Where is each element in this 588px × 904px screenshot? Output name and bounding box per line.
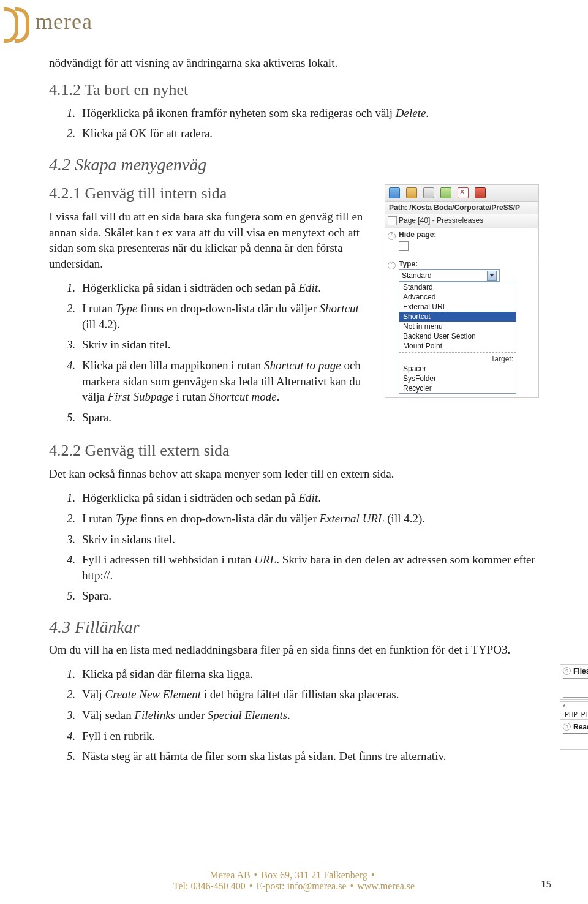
chevron-down-icon[interactable]: [487, 271, 497, 281]
text: Klicka på OK för att radera.: [82, 127, 213, 140]
list-item: Klicka på sidan där filerna ska ligga.: [78, 666, 548, 682]
type-select[interactable]: Standard: [399, 269, 535, 282]
text: Välj sedan: [82, 709, 134, 721]
text: Nästa steg är att hämta de filer som ska…: [82, 750, 446, 763]
option-selected[interactable]: Shortcut: [399, 312, 516, 322]
text-italic: Shortcut to page: [264, 359, 341, 372]
list-item: Högerklicka på ikonen framför nyheten so…: [78, 105, 539, 121]
text: Spara.: [82, 589, 111, 602]
text: Välj: [82, 688, 105, 701]
text-italic: Edit: [299, 491, 318, 504]
list-item: Klicka på den lilla mappikonen i rutan S…: [78, 358, 372, 405]
text-italic: Shortcut mode: [209, 390, 276, 403]
option[interactable]: Backend User Section: [399, 331, 516, 341]
save-icon[interactable]: [389, 187, 400, 198]
path-input[interactable]: [563, 733, 588, 745]
save-view-icon[interactable]: [406, 187, 417, 198]
text: .: [277, 390, 280, 403]
text-italic: Delete: [396, 107, 426, 119]
logo-mark: [4, 7, 32, 36]
list-item: I rutan Type finns en drop-down-lista dä…: [78, 301, 372, 332]
checkbox[interactable]: [399, 241, 409, 251]
text: Fyll i en rubrik.: [82, 729, 155, 742]
para-422: Det kan också finnas behov att skapa men…: [49, 466, 539, 482]
heading-421: 4.2.1 Genväg till intern sida: [49, 184, 372, 203]
files-screenshot: ?Files: *-PHP -PHP3 Bläddra... ?Read fro…: [560, 664, 588, 750]
file-filter-row: *-PHP -PHP3 Bläddra...: [560, 701, 588, 720]
label: Hide page:: [399, 230, 535, 239]
text: finns en drop-down-lista där du väljer: [137, 302, 319, 315]
footer-email: E-post: info@merea.se: [256, 881, 346, 891]
list-item: Högerklicka på sidan i sidträden och sed…: [78, 490, 539, 506]
text: Högerklicka på sidan i sidträden och sed…: [82, 281, 299, 294]
text-italic: Special Elements: [208, 709, 287, 721]
text: i det högra fältet där fillistan ska pla…: [201, 688, 399, 701]
para-43: Om du vill ha en lista med nedladdningsb…: [49, 642, 548, 658]
text: Skriv in sidan titel.: [82, 338, 171, 351]
text-italic: Type: [116, 302, 138, 315]
list-422: Högerklicka på sidan i sidträden och sed…: [49, 490, 539, 604]
label: Files:: [573, 667, 588, 676]
list-item: Högerklicka på sidan i sidträden och sed…: [78, 280, 372, 296]
list-item: Nästa steg är att hämta de filer som ska…: [78, 748, 548, 764]
delete-icon[interactable]: [475, 187, 486, 198]
label: Type:: [399, 260, 535, 268]
text: Skriv in sidans titel.: [82, 533, 175, 546]
help-icon[interactable]: ?: [563, 723, 571, 731]
target-label: Target:: [399, 354, 516, 364]
text: .: [287, 709, 290, 721]
option[interactable]: Not in menu: [399, 322, 516, 331]
read-path-row: ?Read from path:: [560, 720, 588, 750]
list-421: Högerklicka på sidan i sidträden och sed…: [49, 280, 372, 425]
close-icon[interactable]: [458, 187, 469, 198]
list-item: Fyll i adressen till webbsidan i rutan U…: [78, 552, 539, 583]
list-item: Fyll i en rubrik.: [78, 728, 548, 744]
text-italic: URL: [254, 553, 276, 566]
save-new-icon[interactable]: [440, 187, 451, 198]
toolbar: [385, 185, 538, 202]
save-close-icon[interactable]: [423, 187, 434, 198]
footer-web: www.merea.se: [357, 881, 415, 891]
text: Högerklicka på sidan i sidträden och sed…: [82, 491, 299, 504]
footer: Merea AB•Box 69, 311 21 Falkenberg• Tel:…: [0, 870, 588, 892]
text: .: [318, 281, 321, 294]
footer-company: Merea AB: [209, 870, 250, 880]
text: finns en drop-down-lista där du väljer: [137, 512, 319, 525]
heading-43: 4.3 Fillänkar: [49, 617, 539, 637]
list-item: Skriv in sidans titel.: [78, 532, 539, 548]
list-412: Högerklicka på ikonen framför nyheten so…: [49, 105, 539, 141]
intro-text: nödvändigt för att visning av ändringarn…: [49, 55, 539, 71]
text-italic: Shortcut: [319, 302, 358, 315]
text: Klicka på sidan där filerna ska ligga.: [82, 668, 253, 680]
option[interactable]: Recycler: [399, 383, 516, 393]
text: under: [175, 709, 208, 721]
heading-412: 4.1.2 Ta bort en nyhet: [49, 81, 539, 99]
text-italic: Create New Element: [105, 688, 201, 701]
help-icon[interactable]: ?: [563, 667, 571, 675]
list-43: Klicka på sidan där filerna ska ligga. V…: [49, 666, 548, 764]
para-421: I vissa fall vill du att en sida bara sk…: [49, 209, 372, 272]
heading-422: 4.2.2 Genväg till extern sida: [49, 442, 539, 460]
list-item: Välj Create New Element i det högra fält…: [78, 687, 548, 702]
text-italic: Type: [116, 512, 138, 525]
option[interactable]: Spacer: [399, 364, 516, 374]
list-item: Välj sedan Filelinks under Special Eleme…: [78, 707, 548, 723]
option[interactable]: Mount Point: [399, 341, 516, 351]
text: I rutan: [82, 512, 116, 525]
text: Spara.: [82, 411, 111, 424]
list-item: I rutan Type finns en drop-down-lista dä…: [78, 511, 539, 527]
text-italic: External URL: [319, 512, 384, 525]
option[interactable]: Standard: [399, 282, 516, 292]
option[interactable]: Advanced: [399, 292, 516, 302]
option[interactable]: SysFolder: [399, 374, 516, 383]
list-item: Klicka på OK för att radera.: [78, 126, 539, 141]
files-listbox[interactable]: [563, 678, 588, 698]
hide-page-row: Hide page:: [385, 227, 538, 257]
label: Read from path:: [573, 723, 588, 731]
type-row: Type: Standard Standard Advanced Externa…: [385, 257, 538, 397]
files-row: ?Files:: [560, 664, 588, 700]
page-title-bar: Page [40] - Pressreleases: [385, 214, 538, 227]
option[interactable]: External URL: [399, 302, 516, 312]
document-body: nödvändigt för att visning av ändringarn…: [49, 55, 539, 770]
text: Klicka på den lilla mappikonen i rutan: [82, 359, 264, 372]
